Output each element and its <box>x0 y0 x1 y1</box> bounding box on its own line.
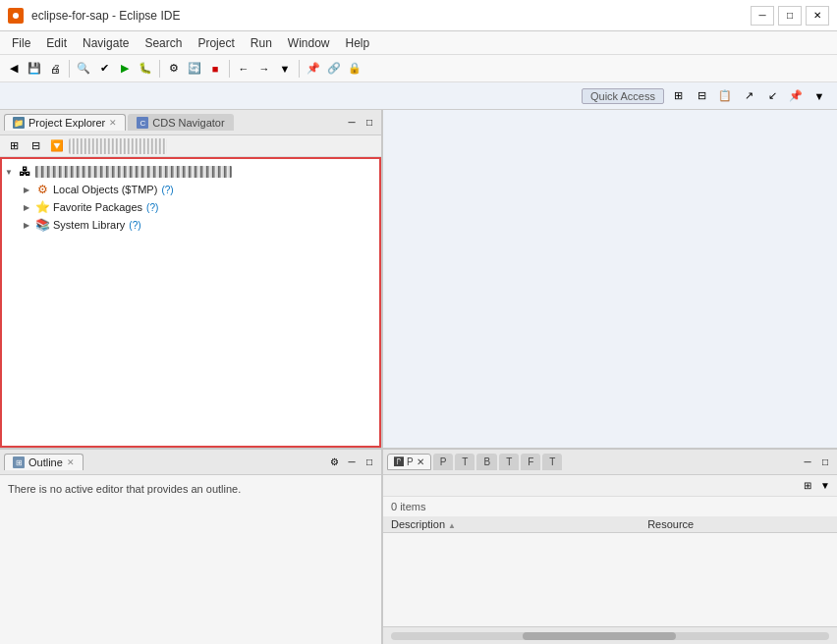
menu-file[interactable]: File <box>4 34 38 52</box>
fav-packages-label: Favorite Packages <box>53 201 142 213</box>
outline-min-btn[interactable]: ─ <box>344 455 360 470</box>
h-scrollbar-thumb[interactable] <box>523 632 676 640</box>
tb-pin-btn[interactable]: 📌 <box>304 59 323 79</box>
prob-tab-p1-close[interactable]: ✕ <box>417 456 424 467</box>
col-resource-label: Resource <box>647 518 694 530</box>
outline-label: Outline <box>28 456 63 468</box>
outline-max-btn[interactable]: □ <box>362 455 377 470</box>
qa-btn-5[interactable]: ↙ <box>762 86 782 106</box>
local-objects-label: Local Objects ($TMP) <box>53 184 157 195</box>
prob-tab-p1[interactable]: 🅿 P ✕ <box>387 454 431 470</box>
menu-search[interactable]: Search <box>137 34 190 52</box>
close-button[interactable]: ✕ <box>806 6 829 26</box>
tree-item-local-objects[interactable]: ▶ ⚙ Local Objects ($TMP) (?) <box>2 181 379 198</box>
tb-save-btn[interactable]: 💾 <box>25 59 44 79</box>
prob-tab-b[interactable]: B <box>476 454 497 470</box>
tb-arrow-right-btn[interactable]: → <box>254 59 274 79</box>
prob-tb-btn1[interactable]: ⊞ <box>800 478 815 494</box>
maximize-button[interactable]: □ <box>778 6 802 26</box>
tb-debug-btn[interactable]: 🐛 <box>136 59 155 79</box>
quick-access-label[interactable]: Quick Access <box>582 88 664 104</box>
quick-access-bar: Quick Access ⊞ ⊟ 📋 ↗ ↙ 📌 ▼ <box>0 82 837 110</box>
qa-btn-3[interactable]: 📋 <box>715 86 735 106</box>
tree-tb-filter-btn[interactable]: 🔽 <box>47 136 67 156</box>
outline-content: There is no active editor that provides … <box>0 475 381 644</box>
app-icon <box>8 8 24 24</box>
fav-packages-icon: ⭐ <box>35 200 49 214</box>
prob-max-btn[interactable]: □ <box>817 455 833 470</box>
tb-link-btn[interactable]: 🔗 <box>324 59 344 79</box>
sys-library-icon: 📚 <box>35 218 49 232</box>
tb-print-btn[interactable]: 🖨 <box>45 59 65 79</box>
tab-maximize-btn[interactable]: □ <box>362 115 377 131</box>
tb-drop-btn[interactable]: ▼ <box>275 59 295 79</box>
tb-run-btn[interactable]: ▶ <box>115 59 135 79</box>
tb-settings-btn[interactable]: ⚙ <box>164 59 184 79</box>
outline-icon: ⊞ <box>13 456 25 468</box>
outline-settings-btn[interactable]: ⚙ <box>326 455 342 470</box>
tb-stop-btn[interactable]: ■ <box>205 59 225 79</box>
qa-btn-4[interactable]: ↗ <box>739 86 758 106</box>
prob-tab-t2[interactable]: T <box>499 454 519 470</box>
outline-no-editor-msg: There is no active editor that provides … <box>8 483 241 495</box>
upper-layout: 📁 Project Explorer ✕ C CDS Navigator ─ □… <box>0 110 837 448</box>
qa-btn-7[interactable]: ▼ <box>809 86 829 106</box>
root-label <box>35 166 232 178</box>
cds-navigator-icon: C <box>137 117 148 129</box>
left-panel: 📁 Project Explorer ✕ C CDS Navigator ─ □… <box>0 110 383 448</box>
tree-item-system-library[interactable]: ▶ 📚 System Library (?) <box>2 216 379 234</box>
problems-table: Description ▲ Resource <box>383 516 837 533</box>
tab-minimize-btn[interactable]: ─ <box>344 115 360 131</box>
h-scrollbar[interactable] <box>391 632 829 640</box>
minimize-button[interactable]: ─ <box>751 6 774 26</box>
fav-packages-link[interactable]: (?) <box>146 202 158 213</box>
tb-lock-btn[interactable]: 🔒 <box>345 59 364 79</box>
local-objects-link[interactable]: (?) <box>161 185 173 195</box>
menu-edit[interactable]: Edit <box>38 34 75 52</box>
prob-tab-p2-label: P <box>440 456 447 467</box>
prob-tab-p2[interactable]: P <box>433 454 454 470</box>
outline-panel: ⊞ Outline ✕ ⚙ ─ □ There is no active edi… <box>0 450 383 644</box>
qa-btn-2[interactable]: ⊟ <box>692 86 711 106</box>
tree-tb-btn-2[interactable]: ⊟ <box>26 136 45 156</box>
menu-help[interactable]: Help <box>338 34 378 52</box>
toolbar-sep-1 <box>69 60 70 78</box>
outline-close[interactable]: ✕ <box>67 457 75 467</box>
main-layout: 📁 Project Explorer ✕ C CDS Navigator ─ □… <box>0 110 837 644</box>
toolbar-sep-3 <box>229 60 230 78</box>
col-description-label: Description <box>391 518 445 530</box>
tree-root[interactable]: ▼ 🖧 <box>2 163 379 181</box>
tb-refresh-btn[interactable]: 🔄 <box>185 59 204 79</box>
qa-btn-6[interactable]: 📌 <box>786 86 806 106</box>
tb-search-btn[interactable]: 🔍 <box>74 59 93 79</box>
tab-project-explorer[interactable]: 📁 Project Explorer ✕ <box>4 114 126 131</box>
menu-window[interactable]: Window <box>280 34 338 52</box>
local-objects-chevron: ▶ <box>22 186 31 194</box>
tb-check-btn[interactable]: ✔ <box>94 59 114 79</box>
prob-tab-f[interactable]: F <box>521 454 540 470</box>
tab-cds-navigator[interactable]: C CDS Navigator <box>128 114 233 131</box>
col-description[interactable]: Description ▲ <box>383 516 640 533</box>
qa-btn-1[interactable]: ⊞ <box>668 86 688 106</box>
prob-tab-t1[interactable]: T <box>455 454 474 470</box>
tab-project-explorer-close[interactable]: ✕ <box>109 118 117 128</box>
prob-tab-b-label: B <box>483 456 490 467</box>
prob-min-btn[interactable]: ─ <box>800 455 815 470</box>
title-bar: eclipse-for-sap - Eclipse IDE ─ □ ✕ <box>0 0 837 31</box>
tree-tb-btn-1[interactable]: ⊞ <box>4 136 24 156</box>
prob-tab-t3[interactable]: T <box>542 454 562 470</box>
tb-arrow-left-btn[interactable]: ← <box>234 59 253 79</box>
tree-tb-search-bar[interactable] <box>69 138 167 154</box>
menu-navigate[interactable]: Navigate <box>75 34 137 52</box>
col-resource[interactable]: Resource <box>640 516 837 533</box>
menu-run[interactable]: Run <box>243 34 280 52</box>
sys-library-link[interactable]: (?) <box>129 220 140 231</box>
prob-tb-btn2[interactable]: ▼ <box>817 478 833 494</box>
items-count: 0 items <box>383 497 837 516</box>
tab-outline[interactable]: ⊞ Outline ✕ <box>4 454 84 470</box>
tb-back-btn[interactable]: ◀ <box>4 59 24 79</box>
prob-tab-controls: ─ □ <box>800 455 833 470</box>
menu-project[interactable]: Project <box>190 34 242 52</box>
tree-item-favorite-packages[interactable]: ▶ ⭐ Favorite Packages (?) <box>2 198 379 216</box>
problems-tabs: 🅿 P ✕ P T B T F <box>383 450 837 475</box>
